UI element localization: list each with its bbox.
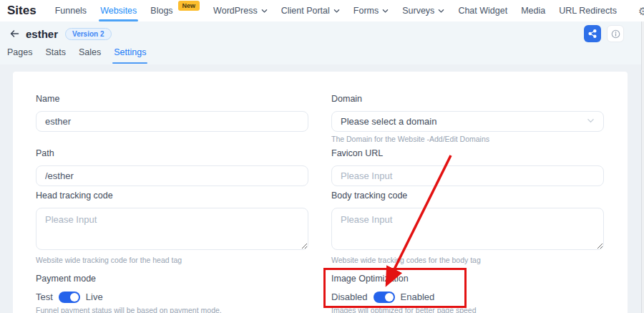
back-button[interactable] bbox=[7, 27, 21, 41]
share-button[interactable] bbox=[584, 25, 601, 42]
tab-stats[interactable]: Stats bbox=[44, 46, 67, 64]
version-badge: Version 2 bbox=[65, 28, 111, 40]
favicon-field: Favicon URL bbox=[331, 148, 604, 186]
chevron-down-icon bbox=[261, 8, 268, 14]
nav-item-wordpress[interactable]: WordPress bbox=[213, 0, 268, 21]
tab-bar: Pages Stats Sales Settings bbox=[0, 46, 644, 64]
payment-test-label: Test bbox=[36, 292, 53, 302]
name-field: Name bbox=[36, 93, 308, 143]
chevron-down-icon bbox=[438, 8, 444, 14]
payment-mode-toggle[interactable] bbox=[59, 292, 80, 303]
domain-label: Domain bbox=[331, 93, 604, 105]
head-tracking-field: Head tracking code Website wide tracking… bbox=[36, 190, 308, 264]
path-input[interactable] bbox=[36, 165, 308, 186]
favicon-input[interactable] bbox=[331, 165, 604, 186]
nav-item-chat-widget[interactable]: Chat Widget bbox=[458, 0, 507, 21]
new-badge: New bbox=[178, 1, 200, 11]
nav-item-url-redirects[interactable]: URL Redirects bbox=[559, 0, 617, 21]
head-tracking-label: Head tracking code bbox=[36, 190, 308, 202]
nav-item-websites[interactable]: Websites bbox=[100, 0, 137, 21]
page-title: esther bbox=[26, 28, 58, 40]
share-icon bbox=[587, 29, 597, 39]
gear-icon[interactable]: ⚙ bbox=[638, 6, 644, 16]
tab-settings[interactable]: Settings bbox=[112, 46, 147, 64]
top-navigation: Sites Funnels Websites Blogs New WordPre… bbox=[0, 0, 644, 21]
name-input[interactable] bbox=[36, 111, 308, 132]
chevron-down-icon bbox=[587, 116, 595, 127]
vertical-scrollbar[interactable] bbox=[641, 21, 644, 313]
payment-mode-helper: Funnel payment status will be based on p… bbox=[36, 306, 308, 313]
toggle-knob bbox=[70, 293, 79, 302]
payment-mode-field: Payment mode Test Live Funnel payment st… bbox=[36, 273, 308, 313]
domain-selected-value: Please select a domain bbox=[341, 116, 436, 127]
header-actions bbox=[584, 25, 624, 42]
page-header: esther Version 2 bbox=[0, 21, 644, 46]
settings-card: Name Domain Please select a domain The D… bbox=[13, 72, 628, 313]
toggle-knob bbox=[385, 293, 394, 302]
favicon-label: Favicon URL bbox=[331, 148, 604, 160]
nav-item-client-portal[interactable]: Client Portal bbox=[281, 0, 340, 21]
head-tracking-helper: Website wide tracking code for the head … bbox=[36, 256, 308, 264]
domain-field: Domain Please select a domain The Domain… bbox=[331, 93, 604, 143]
image-optimization-toggle[interactable] bbox=[374, 292, 395, 303]
tab-pages[interactable]: Pages bbox=[6, 46, 34, 64]
nav-item-funnels[interactable]: Funnels bbox=[55, 0, 87, 21]
path-field: Path bbox=[36, 148, 308, 186]
payment-live-label: Live bbox=[86, 292, 103, 302]
settings-content: Name Domain Please select a domain The D… bbox=[0, 64, 644, 313]
image-opt-enabled-label: Enabled bbox=[401, 292, 435, 302]
name-label: Name bbox=[36, 93, 308, 105]
body-tracking-field: Body tracking code Website wide tracking… bbox=[331, 190, 604, 264]
nav-item-media[interactable]: Media bbox=[521, 0, 545, 21]
path-label: Path bbox=[36, 148, 308, 160]
info-button[interactable] bbox=[607, 25, 624, 42]
chevron-down-icon bbox=[382, 8, 389, 14]
tab-sales[interactable]: Sales bbox=[77, 46, 102, 64]
nav-item-forms[interactable]: Forms bbox=[353, 0, 389, 21]
head-tracking-textarea[interactable] bbox=[36, 208, 308, 250]
payment-mode-label: Payment mode bbox=[36, 273, 308, 285]
image-optimization-label: Image Optimization bbox=[331, 273, 604, 285]
body-tracking-label: Body tracking code bbox=[331, 190, 604, 202]
nav-item-surveys[interactable]: Surveys bbox=[402, 0, 444, 21]
image-optimization-field: Image Optimization Disabled Enabled Imag… bbox=[331, 273, 604, 313]
body-tracking-helper: Website wide tracking codes for the body… bbox=[331, 256, 604, 264]
image-opt-disabled-label: Disabled bbox=[331, 292, 368, 302]
domain-select[interactable]: Please select a domain bbox=[331, 111, 604, 132]
domain-helper: The Domain for the Website -Add/Edit Dom… bbox=[331, 135, 604, 143]
chevron-down-icon bbox=[333, 8, 340, 14]
nav-item-blogs[interactable]: Blogs New bbox=[150, 0, 200, 21]
body-tracking-textarea[interactable] bbox=[331, 208, 604, 250]
info-icon bbox=[610, 29, 621, 39]
nav-items: Funnels Websites Blogs New WordPress Cli… bbox=[55, 0, 617, 21]
brand-sites: Sites bbox=[7, 4, 36, 18]
image-optimization-helper: Images will optimized for better page sp… bbox=[331, 306, 604, 313]
arrow-left-icon bbox=[9, 28, 20, 39]
